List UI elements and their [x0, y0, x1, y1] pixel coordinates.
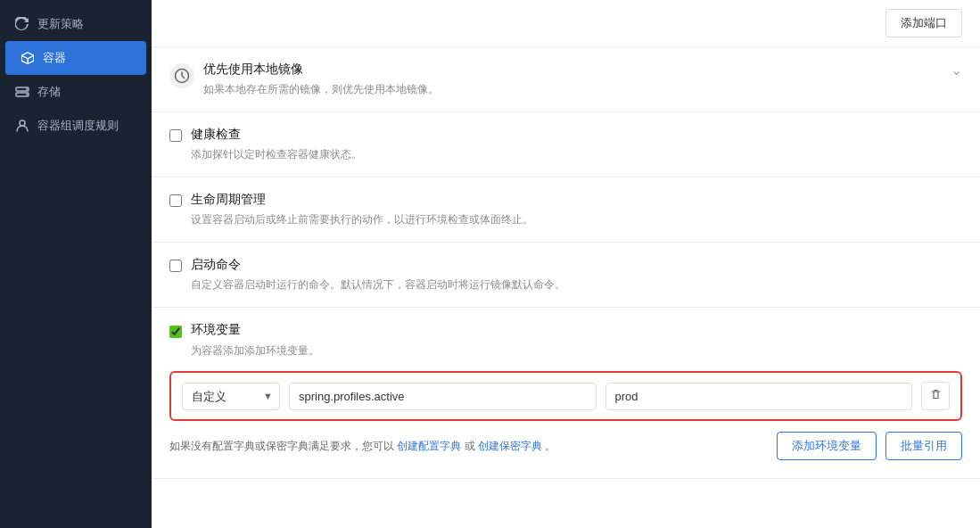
lifecycle-checkbox[interactable] [169, 194, 182, 207]
env-type-select[interactable]: 自定义 配置字典 保密字典 [182, 383, 280, 410]
main-content: 添加端口 优先使用本地镜像 如果本地存在所需的镜像，则优先使用本地镜像。 ⌄ 健… [152, 0, 980, 528]
env-vars-section: 环境变量 为容器添加添加环境变量。 自定义 配置字典 保密字典 ▼ [152, 308, 980, 479]
sidebar-item-label: 更新策略 [37, 16, 84, 32]
add-env-var-button[interactable]: 添加环境变量 [777, 432, 877, 460]
health-check-checkbox[interactable] [169, 129, 182, 142]
lifecycle-desc: 设置容器启动后或终止前需要执行的动作，以进行环境检查或体面终止。 [191, 211, 533, 227]
top-bar: 添加端口 [152, 0, 980, 47]
sidebar-item-scheduling[interactable]: 容器组调度规则 [0, 109, 152, 143]
create-configmap-link[interactable]: 创建配置字典 [397, 440, 461, 452]
env-key-input[interactable] [289, 383, 597, 410]
health-check-desc: 添加探针以定时检查容器健康状态。 [191, 146, 362, 162]
start-command-desc: 自定义容器启动时运行的命令。默认情况下，容器启动时将运行镜像默认命令。 [191, 276, 565, 293]
env-vars-header: 环境变量 [169, 322, 962, 338]
sidebar-item-label: 容器 [43, 50, 66, 66]
storage-icon [14, 84, 30, 100]
user-icon [14, 118, 30, 134]
sidebar-item-label: 存储 [37, 84, 61, 100]
health-check-section: 健康检查 添加探针以定时检查容器健康状态。 [152, 112, 980, 177]
lifecycle-info: 生命周期管理 设置容器启动后或终止前需要执行的动作，以进行环境检查或体面终止。 [191, 192, 533, 227]
lifecycle-section: 生命周期管理 设置容器启动后或终止前需要执行的动作，以进行环境检查或体面终止。 [152, 177, 980, 243]
svg-point-2 [26, 88, 28, 90]
env-vars-title: 环境变量 [191, 322, 241, 338]
health-check-info: 健康检查 添加探针以定时检查容器健康状态。 [191, 127, 362, 162]
sidebar-item-storage[interactable]: 存储 [0, 75, 152, 109]
lifecycle-title: 生命周期管理 [191, 192, 533, 208]
env-val-input[interactable] [605, 383, 913, 410]
batch-reference-button[interactable]: 批量引用 [885, 432, 962, 460]
env-vars-desc: 为容器添加添加环境变量。 [191, 343, 962, 359]
env-row: 自定义 配置字典 保密字典 ▼ [182, 382, 950, 410]
chevron-down-icon[interactable]: ⌄ [951, 62, 962, 78]
start-command-title: 启动命令 [191, 257, 565, 273]
trash-icon [929, 388, 943, 404]
svg-point-3 [26, 94, 28, 95]
add-port-button[interactable]: 添加端口 [885, 9, 962, 37]
sidebar-item-update-strategy[interactable]: 更新策略 [0, 7, 152, 41]
refresh-icon [14, 16, 30, 32]
sidebar: 更新策略 容器 存储 容器组调度规则 [0, 0, 152, 528]
env-footer: 如果没有配置字典或保密字典满足要求，您可以 创建配置字典 或 创建保密字典 。 … [169, 432, 962, 460]
prefer-local-desc: 如果本地存在所需的镜像，则优先使用本地镜像。 [203, 81, 942, 97]
prefer-local-title: 优先使用本地镜像 [203, 62, 942, 78]
health-check-title: 健康检查 [191, 127, 362, 143]
env-footer-hint: 如果没有配置字典或保密字典满足要求，您可以 创建配置字典 或 创建保密字典 。 [169, 439, 556, 454]
sidebar-item-container[interactable]: 容器 [5, 41, 146, 75]
create-secret-link[interactable]: 创建保密字典 [478, 440, 542, 452]
start-command-checkbox[interactable] [169, 260, 182, 272]
footer-text-before: 如果没有配置字典或保密字典满足要求，您可以 [169, 440, 394, 452]
footer-text-after: 。 [545, 440, 556, 452]
env-delete-button[interactable] [921, 382, 950, 410]
clock-icon [169, 63, 194, 88]
svg-point-4 [20, 120, 25, 126]
footer-link-mid: 或 [465, 440, 478, 452]
env-type-select-wrap: 自定义 配置字典 保密字典 ▼ [182, 383, 280, 410]
env-row-highlighted: 自定义 配置字典 保密字典 ▼ [169, 371, 962, 421]
prefer-local-info: 优先使用本地镜像 如果本地存在所需的镜像，则优先使用本地镜像。 [203, 62, 942, 97]
box-icon [20, 50, 36, 66]
start-command-section: 启动命令 自定义容器启动时运行的命令。默认情况下，容器启动时将运行镜像默认命令。 [152, 243, 980, 308]
env-vars-checkbox[interactable] [169, 326, 182, 338]
start-command-info: 启动命令 自定义容器启动时运行的命令。默认情况下，容器启动时将运行镜像默认命令。 [191, 257, 565, 293]
prefer-local-section: 优先使用本地镜像 如果本地存在所需的镜像，则优先使用本地镜像。 ⌄ [152, 47, 980, 112]
sidebar-item-label: 容器组调度规则 [37, 118, 119, 134]
env-footer-buttons: 添加环境变量 批量引用 [777, 432, 962, 460]
